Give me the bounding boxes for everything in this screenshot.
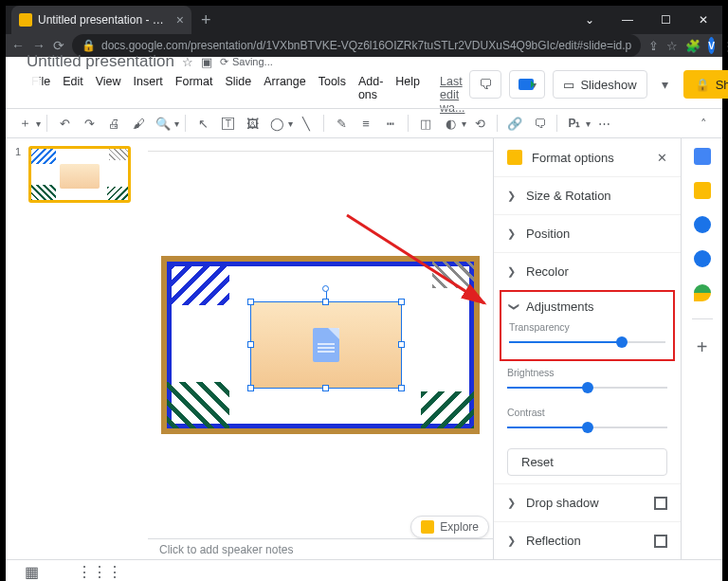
slides-favicon (19, 13, 32, 27)
slideshow-button[interactable]: ▭Slideshow (553, 70, 646, 99)
play-icon: ▭ (563, 78, 574, 92)
window-minimize-icon[interactable]: ― (609, 6, 646, 34)
resize-handle[interactable] (398, 299, 405, 305)
new-slide-icon[interactable]: ＋ (13, 112, 36, 135)
toolbar: ＋▾ ↶ ↷ 🖨 🖌 🔍▾ ↖ 🅃 🖼 ◯▾ ╲ ✎ ≡ ┅ ◫ ◐▾ ⟲ 🔗 … (6, 108, 722, 138)
grid-view-icon[interactable]: ⋮⋮⋮ (77, 563, 122, 581)
more-tools-icon[interactable]: ⋯ (592, 112, 615, 135)
new-tab-button[interactable]: + (201, 10, 211, 30)
forward-icon[interactable]: → (32, 38, 46, 53)
resize-handle[interactable] (398, 341, 405, 348)
speaker-notes[interactable]: Click to add speaker notes (148, 538, 493, 559)
brightness-label: Brightness (507, 367, 667, 378)
chevron-right-icon: ❯ (507, 190, 517, 202)
browser-tab[interactable]: Untitled presentation - Google Sl × (11, 6, 191, 34)
contrast-label: Contrast (507, 407, 667, 418)
window-maximize-icon[interactable]: ☐ (646, 6, 684, 34)
thumb-number: 1 (15, 146, 21, 157)
chevron-right-icon: ❯ (507, 497, 517, 509)
image-icon[interactable]: 🖼 (241, 112, 264, 135)
url-text: docs.google.com/presentation/d/1VXbnBTVK… (101, 39, 631, 52)
section-recolor[interactable]: ❯Recolor (494, 252, 681, 290)
close-tab-icon[interactable]: × (176, 12, 184, 27)
saving-status: ⟳Saving... (220, 56, 273, 68)
slideshow-dropdown[interactable]: ▾ (655, 70, 676, 99)
camera-icon (519, 79, 534, 90)
replace-image-icon[interactable]: ⟲ (468, 112, 491, 135)
paint-format-icon[interactable]: 🖌 (127, 112, 150, 135)
contrast-slider[interactable] (507, 420, 667, 435)
collapse-toolbar-icon[interactable]: ˄ (692, 112, 715, 135)
format-options-panel: Format options ✕ ❯Size & Rotation ❯Posit… (493, 138, 681, 559)
reset-button[interactable]: Reset (507, 448, 667, 476)
kebab-menu-icon[interactable]: ⋮ (722, 39, 728, 53)
section-adjustments[interactable]: ❯Adjustments (509, 300, 665, 314)
addons-plus-icon[interactable]: + (697, 336, 708, 358)
lock-icon: 🔒 (82, 39, 96, 52)
share-page-icon[interactable]: ⇪ (648, 39, 659, 53)
brightness-slider[interactable] (507, 380, 667, 395)
slide-thumbnail-1[interactable] (28, 146, 131, 203)
back-icon[interactable]: ← (11, 38, 25, 53)
resize-handle[interactable] (322, 385, 329, 391)
link-icon[interactable]: 🔗 (503, 112, 526, 135)
mask-icon[interactable]: ◐ (439, 112, 462, 135)
section-drop-shadow[interactable]: ❯Drop shadow (494, 483, 681, 521)
transparency-slider[interactable] (509, 335, 665, 350)
rotate-handle[interactable] (322, 285, 329, 292)
resize-handle[interactable] (247, 299, 254, 305)
panel-title: Format options (532, 151, 614, 165)
meet-button[interactable]: ▾ (509, 70, 545, 99)
comments-button[interactable]: 🗨 (469, 70, 501, 99)
resize-handle[interactable] (398, 385, 405, 391)
selected-image[interactable] (250, 301, 402, 389)
zoom-icon[interactable]: 🔍 (152, 112, 174, 135)
undo-icon[interactable]: ↶ (53, 112, 76, 135)
chevron-down-icon: ❯ (508, 302, 520, 312)
explore-icon (421, 520, 434, 534)
paragraph-styles[interactable]: P₁ (563, 112, 586, 135)
resize-handle[interactable] (247, 341, 254, 348)
star-doc-icon[interactable]: ☆ (182, 55, 193, 69)
side-rail: + (681, 138, 722, 559)
calendar-icon[interactable] (694, 148, 711, 165)
reload-icon[interactable]: ⟳ (53, 38, 64, 53)
share-button[interactable]: 🔒Share (683, 70, 728, 99)
section-adjustments-highlighted: ❯Adjustments Transparency (500, 290, 675, 361)
border-weight-icon[interactable]: ≡ (355, 112, 377, 135)
extensions-icon[interactable]: 🧩 (685, 39, 701, 53)
window-close-icon[interactable]: ✕ (684, 6, 722, 34)
section-size-rotation[interactable]: ❯Size & Rotation (494, 176, 681, 214)
slide-canvas[interactable] (161, 256, 480, 434)
keep-icon[interactable] (694, 182, 711, 199)
explore-button[interactable]: Explore (410, 516, 489, 538)
redo-icon[interactable]: ↷ (78, 112, 100, 135)
textbox-icon[interactable]: 🅃 (216, 112, 239, 135)
reflection-checkbox[interactable] (654, 535, 667, 548)
print-icon[interactable]: 🖨 (102, 112, 125, 135)
tasks-icon[interactable] (694, 216, 711, 233)
border-color-icon[interactable]: ✎ (330, 112, 353, 135)
profile-avatar[interactable]: V (708, 37, 715, 54)
maps-icon[interactable] (694, 284, 711, 301)
close-panel-icon[interactable]: ✕ (657, 151, 667, 165)
line-icon[interactable]: ╲ (295, 112, 318, 135)
resize-handle[interactable] (322, 299, 329, 305)
border-dash-icon[interactable]: ┅ (379, 112, 402, 135)
crop-icon[interactable]: ◫ (414, 112, 437, 135)
drop-shadow-checkbox[interactable] (654, 497, 667, 510)
doc-title[interactable]: Untitled presentation (27, 52, 174, 71)
chevron-down-icon[interactable]: ⌄ (571, 6, 609, 34)
star-icon[interactable]: ☆ (666, 39, 678, 53)
section-reflection[interactable]: ❯Reflection (494, 521, 681, 559)
contacts-icon[interactable] (694, 250, 711, 267)
browser-titlebar: Untitled presentation - Google Sl × + ⌄ … (6, 6, 722, 34)
select-tool-icon[interactable]: ↖ (191, 112, 214, 135)
move-doc-icon[interactable]: ▣ (201, 55, 212, 69)
section-position[interactable]: ❯Position (494, 214, 681, 252)
comment-icon[interactable]: 🗨 (528, 112, 551, 135)
transparency-label: Transparency (509, 321, 665, 333)
resize-handle[interactable] (247, 385, 254, 391)
shape-icon[interactable]: ◯ (265, 112, 288, 135)
filmstrip-view-icon[interactable]: ▦ (25, 563, 39, 581)
